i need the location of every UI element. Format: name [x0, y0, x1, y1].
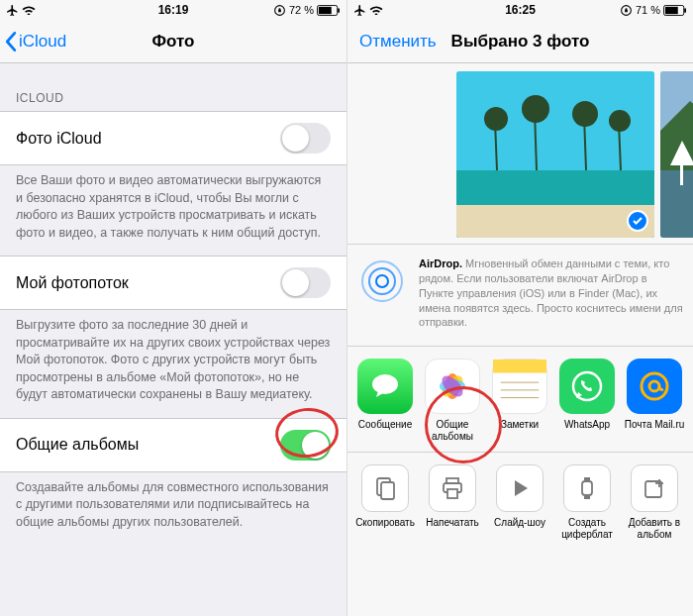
svg-point-19 [369, 268, 395, 294]
whatsapp-icon [569, 368, 605, 404]
app-label: Заметки [486, 419, 553, 441]
app-label: Почта Mail.ru [621, 419, 688, 441]
action-label: Добавить в альбом [621, 517, 688, 540]
group-header-icloud: ICLOUD [0, 63, 346, 111]
svg-rect-39 [584, 477, 590, 480]
action-print[interactable]: Напечатать [419, 464, 486, 540]
cancel-button[interactable]: Отменить [347, 32, 437, 51]
svg-rect-40 [584, 496, 590, 499]
wifi-icon [22, 5, 36, 15]
play-icon [507, 475, 533, 501]
svg-rect-3 [338, 8, 340, 13]
battery-percent: 71 % [636, 4, 660, 16]
settings-screen: 16:19 72 % iCloud Фото ICLOUD Фото iClou… [0, 0, 346, 616]
action-add-to-album[interactable]: Добавить в альбом [621, 464, 688, 540]
svg-point-31 [642, 373, 667, 399]
row-footer: Выгрузите фото за последние 30 дней и пр… [0, 310, 346, 418]
svg-point-13 [572, 101, 598, 127]
nav-bar: iCloud Фото [0, 20, 346, 63]
action-label: Напечатать [419, 517, 486, 539]
back-label: iCloud [19, 32, 66, 51]
selected-thumb[interactable] [456, 71, 654, 238]
switch-photostream[interactable] [280, 267, 331, 298]
status-time: 16:19 [158, 3, 189, 17]
share-app-shared-albums[interactable]: Общие альбомы [419, 359, 486, 442]
switch-shared-albums[interactable] [280, 430, 331, 461]
switch-photo-icloud[interactable] [280, 123, 331, 154]
svg-point-12 [522, 95, 549, 123]
action-copy[interactable]: Скопировать [351, 464, 419, 540]
row-photo-icloud[interactable]: Фото iCloud [0, 111, 346, 165]
share-actions-row[interactable]: Скопировать Напечатать Слайд-шоу Создать… [347, 453, 693, 550]
svg-rect-26 [493, 359, 546, 373]
print-icon [440, 475, 465, 501]
settings-list: ICLOUD Фото iCloud Все Ваши фото и видео… [0, 63, 346, 616]
app-label: Общие альбомы [419, 419, 486, 442]
status-bar: 16:19 72 % [0, 0, 346, 20]
copy-icon [372, 475, 398, 501]
row-label: Общие альбомы [16, 436, 139, 454]
svg-point-11 [484, 107, 508, 131]
page-title: Выбрано 3 фото [451, 32, 590, 51]
messages-icon [368, 369, 402, 403]
check-icon [627, 210, 648, 232]
airdrop-icon [357, 257, 407, 330]
app-label: Сообщение [351, 419, 419, 441]
chevron-left-icon [4, 31, 17, 52]
svg-rect-10 [456, 205, 654, 238]
action-label: Слайд-шоу [486, 517, 553, 539]
airplane-icon [6, 4, 19, 17]
airdrop-text: AirDrop. Мгновенный обмен данными с теми… [419, 257, 683, 330]
share-app-mailru[interactable]: Почта Mail.ru [621, 359, 688, 442]
airdrop-row[interactable]: AirDrop. Мгновенный обмен данными с теми… [347, 244, 693, 347]
nav-bar: Отменить Выбрано 3 фото [347, 20, 693, 63]
svg-rect-6 [665, 6, 678, 13]
svg-point-21 [372, 374, 398, 394]
row-label: Мой фотопоток [16, 274, 129, 292]
page-title: Фото [152, 32, 195, 51]
battery-icon [317, 5, 341, 16]
add-album-icon [642, 475, 667, 501]
notes-icon [493, 359, 546, 414]
photos-icon [433, 366, 472, 406]
airplane-icon [353, 4, 366, 17]
action-label: Создать циферблат [553, 517, 621, 540]
mailru-icon [636, 367, 673, 405]
share-sheet-screen: 16:25 71 % Отменить Выбрано 3 фото [346, 0, 693, 616]
share-app-notes[interactable]: Заметки [486, 359, 553, 442]
status-bar: 16:25 71 % [347, 0, 693, 20]
status-time: 16:25 [505, 3, 536, 17]
selected-thumb[interactable] [660, 71, 693, 238]
svg-point-18 [376, 275, 388, 287]
battery-percent: 72 % [289, 4, 314, 16]
share-apps-row[interactable]: Сообщение Общие альбомы Заметки WhatsApp [347, 347, 693, 453]
rotation-lock-icon [273, 4, 286, 17]
watch-icon [574, 475, 600, 501]
svg-rect-34 [381, 482, 394, 499]
action-watchface[interactable]: Создать циферблат [553, 464, 621, 540]
row-photostream[interactable]: Мой фотопоток [0, 256, 346, 310]
wifi-icon [369, 5, 383, 15]
rotation-lock-icon [620, 4, 633, 17]
back-button[interactable]: iCloud [0, 31, 66, 52]
share-app-messages[interactable]: Сообщение [351, 359, 419, 442]
row-footer: Создавайте альбомы для совместного испол… [0, 472, 346, 546]
svg-rect-7 [684, 8, 686, 13]
share-app-whatsapp[interactable]: WhatsApp [553, 359, 621, 442]
row-footer: Все Ваши фото и видео автоматически выгр… [0, 165, 346, 256]
app-label: WhatsApp [553, 419, 621, 441]
selection-strip[interactable] [347, 63, 693, 244]
action-slideshow[interactable]: Слайд-шоу [486, 464, 553, 540]
svg-rect-2 [319, 6, 332, 13]
svg-rect-37 [447, 489, 457, 498]
battery-icon [663, 5, 687, 16]
row-shared-albums[interactable]: Общие альбомы [0, 418, 346, 472]
row-label: Фото iCloud [16, 130, 102, 148]
svg-point-14 [609, 110, 631, 132]
svg-rect-16 [660, 165, 693, 238]
action-label: Скопировать [351, 517, 419, 539]
svg-rect-38 [582, 481, 592, 495]
share-sheet: AirDrop. Мгновенный обмен данными с теми… [347, 63, 693, 616]
